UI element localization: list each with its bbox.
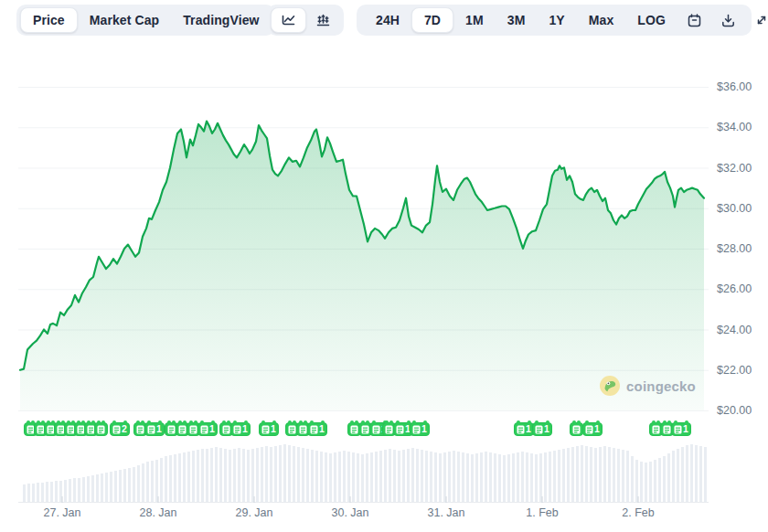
event-badge[interactable]: 2 [110,422,130,436]
volume-bar [334,452,336,502]
range-7d[interactable]: 7D [411,7,453,33]
volume-bar [631,456,634,502]
event-badge[interactable]: 1 [532,422,552,436]
volume-bar [197,450,199,502]
volume-bar [174,454,176,502]
volume-bar [507,454,510,502]
event-badge[interactable]: 1 [410,422,430,436]
event-badge-count: 1 [209,424,215,434]
y-axis-label: $20.00 [717,404,752,417]
event-badge[interactable]: 1 [307,422,327,436]
volume-bar [23,484,26,502]
volume-bar [448,452,451,502]
news-icon [261,425,270,434]
volume-bar [544,452,547,502]
tab-tradingview[interactable]: TradingView [171,8,271,32]
volume-bar [695,445,698,502]
range-24h[interactable]: 24H [364,8,411,32]
volume-bar [357,453,359,502]
volume-bar [265,446,268,502]
volume-bar [654,460,656,502]
volume-bar [494,453,496,502]
range-1m[interactable]: 1M [453,8,496,32]
volume-bar [238,448,240,502]
volume-bar [576,446,579,502]
volume-bar [224,449,227,502]
volume-bar [293,446,295,502]
volume-bar [672,451,675,502]
range-3m[interactable]: 3M [496,8,538,32]
volume-bar [699,446,702,502]
news-icon [178,425,187,434]
volume-bar [421,450,423,502]
news-icon [136,425,144,434]
news-icon [535,425,543,434]
volume-bar [219,448,222,502]
y-axis-label: $26.00 [717,282,752,295]
news-icon [233,425,241,434]
volume-bar [128,468,131,502]
y-axis-label: $22.00 [717,364,752,377]
volume-bar [96,474,99,502]
tab-market-cap[interactable]: Market Cap [78,8,171,32]
tab-price[interactable]: Price [20,7,78,33]
news-icon [167,425,176,434]
volume-bar [110,472,112,502]
volume-bar [434,452,437,502]
price-chart-plot[interactable] [0,0,768,532]
log-scale-button[interactable]: LOG [625,8,677,32]
event-badge-count: 1 [421,424,427,434]
news-icon [372,425,380,434]
volume-bar [526,452,528,502]
volume-bar [471,454,474,502]
volume-bar [521,452,524,502]
volume-bar [73,478,76,502]
news-icon [222,425,230,434]
volume-bar [210,448,213,502]
volume-bar [370,452,373,502]
volume-bar [361,454,364,502]
news-icon [310,425,318,434]
event-badge[interactable]: 1 [230,422,251,436]
y-axis-label: $24.00 [717,324,752,336]
event-badge[interactable]: 1 [514,422,534,436]
volume-bar [261,447,263,502]
event-badge[interactable] [570,422,583,436]
volume-bar [617,449,620,502]
range-1y[interactable]: 1Y [537,8,576,32]
volume-bar [242,449,245,502]
volume-bar [274,446,277,502]
event-badge[interactable] [94,422,108,436]
volume-bar [517,452,519,502]
event-badge[interactable]: 1 [259,422,279,436]
download-icon [720,13,736,28]
volume-bar [297,447,300,502]
news-icon [112,425,121,434]
volume-bar [489,452,492,502]
event-badge[interactable]: 1 [582,422,603,436]
event-badge[interactable]: 1 [197,422,218,436]
event-badge[interactable]: 1 [671,422,691,436]
volume-bar [27,484,30,502]
volume-bar [553,451,556,502]
download-button[interactable] [711,8,745,32]
range-max[interactable]: Max [577,8,626,32]
volume-bar [247,450,250,502]
volume-bar [667,453,670,502]
volume-bar [366,453,368,502]
y-axis-label: $32.00 [717,162,752,175]
bar-chart-button[interactable] [306,8,340,32]
view-tab-group: Price Market Cap TradingView [16,5,275,36]
calendar-icon [687,13,702,28]
volume-bar [462,452,464,502]
volume-bar [393,450,396,502]
news-icon [350,425,358,434]
line-chart-button[interactable] [271,7,306,33]
volume-bar [430,452,432,502]
x-axis-label: 27. Jan [43,506,80,519]
volume-bar [480,452,483,502]
date-range-button[interactable] [677,8,711,32]
volume-bar [91,475,94,502]
fullscreen-button[interactable] [745,8,768,32]
event-badge[interactable]: 1 [144,422,165,436]
